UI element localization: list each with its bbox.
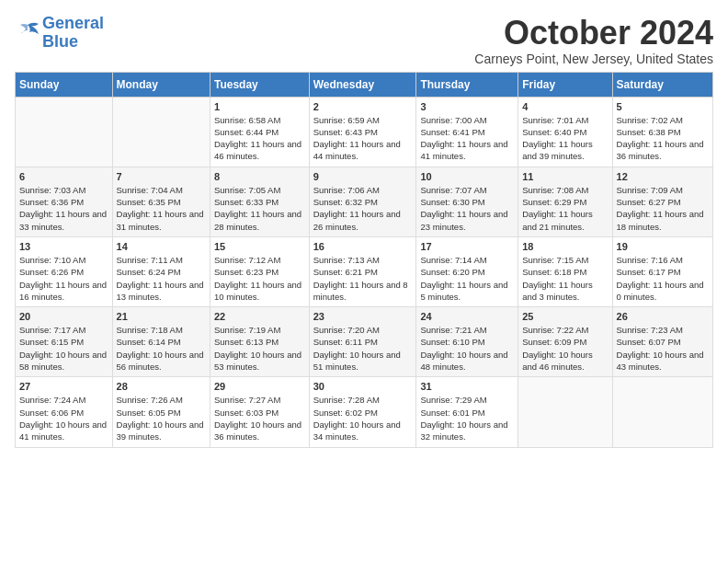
day-cell: 16Sunrise: 7:13 AM Sunset: 6:21 PM Dayli…	[309, 236, 416, 306]
day-number: 11	[522, 171, 608, 182]
day-info: Sunrise: 7:15 AM Sunset: 6:18 PM Dayligh…	[522, 254, 608, 303]
day-cell: 31Sunrise: 7:29 AM Sunset: 6:01 PM Dayli…	[416, 377, 518, 447]
day-cell: 11Sunrise: 7:08 AM Sunset: 6:29 PM Dayli…	[518, 167, 612, 236]
day-cell: 7Sunrise: 7:04 AM Sunset: 6:35 PM Daylig…	[112, 167, 210, 236]
day-number: 14	[117, 241, 206, 252]
day-cell: 18Sunrise: 7:15 AM Sunset: 6:18 PM Dayli…	[518, 236, 612, 306]
day-number: 4	[522, 101, 608, 112]
day-info: Sunrise: 7:17 AM Sunset: 6:15 PM Dayligh…	[19, 324, 108, 373]
day-info: Sunrise: 7:16 AM Sunset: 6:17 PM Dayligh…	[617, 254, 709, 303]
day-info: Sunrise: 7:11 AM Sunset: 6:24 PM Dayligh…	[117, 254, 206, 303]
day-info: Sunrise: 7:28 AM Sunset: 6:02 PM Dayligh…	[313, 394, 413, 442]
day-number: 9	[313, 171, 413, 182]
header-row: SundayMondayTuesdayWednesdayThursdayFrid…	[16, 72, 713, 97]
day-info: Sunrise: 7:22 AM Sunset: 6:09 PM Dayligh…	[522, 324, 608, 373]
day-number: 13	[19, 241, 108, 252]
day-number: 3	[420, 101, 514, 112]
day-cell	[112, 97, 210, 167]
day-info: Sunrise: 7:27 AM Sunset: 6:03 PM Dayligh…	[214, 394, 305, 442]
day-info: Sunrise: 7:13 AM Sunset: 6:21 PM Dayligh…	[313, 254, 413, 303]
day-info: Sunrise: 7:00 AM Sunset: 6:41 PM Dayligh…	[420, 114, 514, 163]
day-number: 23	[313, 311, 413, 322]
week-row-2: 6Sunrise: 7:03 AM Sunset: 6:36 PM Daylig…	[16, 167, 713, 236]
day-cell: 17Sunrise: 7:14 AM Sunset: 6:20 PM Dayli…	[416, 236, 518, 306]
day-number: 25	[522, 311, 608, 322]
logo-text-line1: General	[42, 15, 104, 33]
day-cell: 13Sunrise: 7:10 AM Sunset: 6:26 PM Dayli…	[16, 236, 113, 306]
day-cell: 22Sunrise: 7:19 AM Sunset: 6:13 PM Dayli…	[210, 307, 310, 377]
page-header: General Blue October 2024 Carneys Point,…	[15, 15, 713, 66]
day-number: 30	[313, 381, 413, 392]
day-number: 27	[19, 381, 108, 392]
day-number: 8	[214, 171, 305, 182]
week-row-5: 27Sunrise: 7:24 AM Sunset: 6:06 PM Dayli…	[16, 377, 713, 447]
day-cell: 1Sunrise: 6:58 AM Sunset: 6:44 PM Daylig…	[210, 97, 310, 167]
logo-icon	[15, 21, 40, 41]
day-number: 19	[617, 241, 709, 252]
day-info: Sunrise: 6:58 AM Sunset: 6:44 PM Dayligh…	[214, 114, 305, 163]
header-cell-tuesday: Tuesday	[210, 72, 310, 97]
header-cell-friday: Friday	[518, 72, 612, 97]
day-info: Sunrise: 7:12 AM Sunset: 6:23 PM Dayligh…	[214, 254, 305, 303]
day-cell	[612, 377, 712, 447]
day-info: Sunrise: 7:07 AM Sunset: 6:30 PM Dayligh…	[420, 184, 514, 233]
day-info: Sunrise: 7:08 AM Sunset: 6:29 PM Dayligh…	[522, 184, 608, 233]
day-info: Sunrise: 7:06 AM Sunset: 6:32 PM Dayligh…	[313, 184, 413, 233]
day-cell: 10Sunrise: 7:07 AM Sunset: 6:30 PM Dayli…	[416, 167, 518, 236]
day-info: Sunrise: 7:23 AM Sunset: 6:07 PM Dayligh…	[617, 324, 709, 373]
day-cell: 15Sunrise: 7:12 AM Sunset: 6:23 PM Dayli…	[210, 236, 310, 306]
week-row-1: 1Sunrise: 6:58 AM Sunset: 6:44 PM Daylig…	[16, 97, 713, 167]
header-cell-sunday: Sunday	[16, 72, 113, 97]
day-cell: 2Sunrise: 6:59 AM Sunset: 6:43 PM Daylig…	[309, 97, 416, 167]
day-number: 20	[19, 311, 108, 322]
day-number: 12	[617, 171, 709, 182]
day-cell: 6Sunrise: 7:03 AM Sunset: 6:36 PM Daylig…	[16, 167, 113, 236]
location: Carneys Point, New Jersey, United States	[474, 52, 713, 66]
header-cell-wednesday: Wednesday	[309, 72, 416, 97]
day-number: 16	[313, 241, 413, 252]
calendar-header: SundayMondayTuesdayWednesdayThursdayFrid…	[16, 72, 713, 97]
day-cell: 12Sunrise: 7:09 AM Sunset: 6:27 PM Dayli…	[612, 167, 712, 236]
day-number: 6	[19, 171, 108, 182]
day-info: Sunrise: 7:14 AM Sunset: 6:20 PM Dayligh…	[420, 254, 514, 303]
day-number: 2	[313, 101, 413, 112]
day-info: Sunrise: 7:02 AM Sunset: 6:38 PM Dayligh…	[617, 114, 709, 163]
day-number: 1	[214, 101, 305, 112]
week-row-3: 13Sunrise: 7:10 AM Sunset: 6:26 PM Dayli…	[16, 236, 713, 306]
day-cell: 8Sunrise: 7:05 AM Sunset: 6:33 PM Daylig…	[210, 167, 310, 236]
day-cell: 30Sunrise: 7:28 AM Sunset: 6:02 PM Dayli…	[309, 377, 416, 447]
day-info: Sunrise: 7:01 AM Sunset: 6:40 PM Dayligh…	[522, 114, 608, 163]
day-info: Sunrise: 6:59 AM Sunset: 6:43 PM Dayligh…	[313, 114, 413, 163]
day-info: Sunrise: 7:03 AM Sunset: 6:36 PM Dayligh…	[19, 184, 108, 233]
day-number: 5	[617, 101, 709, 112]
day-cell: 19Sunrise: 7:16 AM Sunset: 6:17 PM Dayli…	[612, 236, 712, 306]
day-cell	[16, 97, 113, 167]
day-info: Sunrise: 7:09 AM Sunset: 6:27 PM Dayligh…	[617, 184, 709, 233]
day-number: 26	[617, 311, 709, 322]
title-area: October 2024 Carneys Point, New Jersey, …	[474, 15, 713, 66]
calendar-table: SundayMondayTuesdayWednesdayThursdayFrid…	[15, 72, 713, 448]
day-info: Sunrise: 7:26 AM Sunset: 6:05 PM Dayligh…	[117, 394, 206, 442]
day-info: Sunrise: 7:18 AM Sunset: 6:14 PM Dayligh…	[117, 324, 206, 373]
day-cell: 14Sunrise: 7:11 AM Sunset: 6:24 PM Dayli…	[112, 236, 210, 306]
calendar-body: 1Sunrise: 6:58 AM Sunset: 6:44 PM Daylig…	[16, 97, 713, 447]
header-cell-monday: Monday	[112, 72, 210, 97]
day-cell: 21Sunrise: 7:18 AM Sunset: 6:14 PM Dayli…	[112, 307, 210, 377]
day-number: 21	[117, 311, 206, 322]
day-number: 18	[522, 241, 608, 252]
day-info: Sunrise: 7:05 AM Sunset: 6:33 PM Dayligh…	[214, 184, 305, 233]
header-cell-thursday: Thursday	[416, 72, 518, 97]
day-info: Sunrise: 7:10 AM Sunset: 6:26 PM Dayligh…	[19, 254, 108, 303]
day-cell: 29Sunrise: 7:27 AM Sunset: 6:03 PM Dayli…	[210, 377, 310, 447]
day-number: 29	[214, 381, 305, 392]
day-cell: 28Sunrise: 7:26 AM Sunset: 6:05 PM Dayli…	[112, 377, 210, 447]
logo: General Blue	[15, 15, 104, 52]
day-number: 28	[117, 381, 206, 392]
day-cell: 23Sunrise: 7:20 AM Sunset: 6:11 PM Dayli…	[309, 307, 416, 377]
day-cell: 4Sunrise: 7:01 AM Sunset: 6:40 PM Daylig…	[518, 97, 612, 167]
day-cell	[518, 377, 612, 447]
day-number: 31	[420, 381, 514, 392]
logo-text-line2: Blue	[42, 33, 104, 52]
day-cell: 20Sunrise: 7:17 AM Sunset: 6:15 PM Dayli…	[16, 307, 113, 377]
day-number: 17	[420, 241, 514, 252]
